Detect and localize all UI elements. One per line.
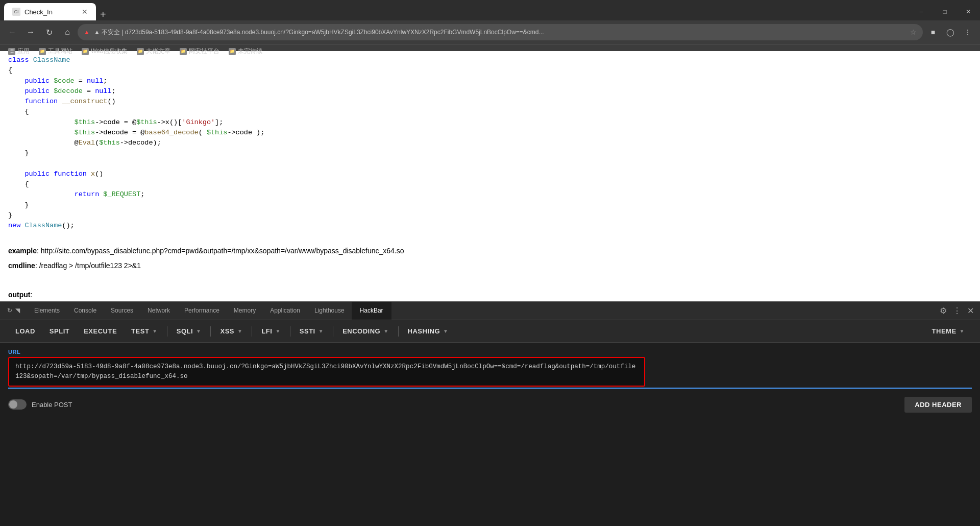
tab-title: Check_In <box>24 8 53 16</box>
profile-icon[interactable]: ◯ <box>942 24 959 40</box>
tab-inspect[interactable]: ↻ ◥ <box>0 302 27 320</box>
tab-network-label: Network <box>148 307 170 314</box>
inspect-icon: ↻ <box>7 307 12 314</box>
code-line: } <box>8 148 972 158</box>
address-bar[interactable]: ▲ ▲ 不安全 | d723d59a-5183-49d8-9a8f-4a08ce… <box>78 24 923 40</box>
maximize-button[interactable]: □ <box>933 3 957 20</box>
xss-caret: ▼ <box>237 328 242 334</box>
code-line: { <box>8 65 972 76</box>
hackbar-split-button[interactable]: SPLIT <box>42 324 77 338</box>
separator3 <box>252 326 252 337</box>
folder-icon3: 📁 <box>137 48 144 55</box>
separator2 <box>210 326 211 337</box>
hackbar-theme-button[interactable]: THEME ▼ <box>925 324 972 338</box>
tab-sources[interactable]: Sources <box>104 302 140 320</box>
page-content: class ClassName { public $code = null; p… <box>0 51 980 301</box>
tab-hackbar[interactable]: HackBar <box>352 302 391 320</box>
tab-elements-label: Elements <box>34 307 60 314</box>
toggle-knob <box>9 400 17 409</box>
hackbar-execute-button[interactable]: EXECUTE <box>77 324 124 338</box>
code-line: { <box>8 179 972 189</box>
bookmark-label: Web信息收集 <box>91 47 128 56</box>
bookmark-label: 应用 <box>17 47 30 56</box>
url-underline <box>8 388 972 389</box>
separator4 <box>290 326 290 337</box>
code-line: @Eval($this->decode); <box>8 138 972 148</box>
code-line: } <box>8 200 972 210</box>
hackbar-post-section: Enable POST ADD HEADER <box>0 391 980 419</box>
cmdline-label: cmdline <box>8 261 35 270</box>
url-input[interactable]: http://d723d59a-5183-49d8-9a8f-4a08ce973… <box>8 357 645 387</box>
hackbar-toolbar: LOAD SPLIT EXECUTE TEST ▼ SQLI ▼ XSS ▼ L… <box>0 320 980 343</box>
tab-memory[interactable]: Memory <box>227 302 263 320</box>
example-label: example <box>8 247 37 255</box>
minimize-button[interactable]: – <box>910 3 933 20</box>
hackbar-encoding-button[interactable]: ENCODING ▼ <box>335 324 396 338</box>
code-line: function __construct() <box>8 97 972 107</box>
forward-button[interactable]: → <box>22 24 39 40</box>
bookmark-label: 网安社平台 <box>189 47 219 56</box>
tab-close-button[interactable]: ✕ <box>82 8 88 16</box>
code-line: public function x() <box>8 169 972 179</box>
tab-network[interactable]: Network <box>140 302 177 320</box>
apps-icon: ☷ <box>8 48 15 55</box>
bookmark-label: 工具网站 <box>48 47 72 56</box>
security-icon: ▲ <box>84 29 90 36</box>
bookmark-label: 未完待续 <box>238 47 262 56</box>
folder-icon2: 📁 <box>82 48 89 55</box>
browser-tab[interactable]: CI Check_In ✕ <box>4 3 96 20</box>
separator <box>167 326 167 337</box>
bookmark-icon[interactable]: ☆ <box>910 28 917 36</box>
tab-application-label: Application <box>270 307 300 314</box>
hackbar-hashing-button[interactable]: HASHING ▼ <box>401 324 456 338</box>
bookmark-web-info[interactable]: 📁 Web信息收集 <box>78 46 132 57</box>
tab-lighthouse-label: Lighthouse <box>314 307 345 314</box>
toggle-track[interactable] <box>8 399 27 410</box>
code-line: class ClassName <box>8 55 972 65</box>
devtools-tabs-bar: ↻ ◥ Elements Console Sources Network Per… <box>0 302 980 320</box>
devtools-panel: ↻ ◥ Elements Console Sources Network Per… <box>0 301 980 526</box>
bookmark-todo[interactable]: 📁 未完待续 <box>225 46 266 57</box>
hackbar-url-section: URL http://d723d59a-5183-49d8-9a8f-4a08c… <box>0 343 980 391</box>
hackbar-ssti-button[interactable]: SSTI ▼ <box>292 324 331 338</box>
tab-lighthouse[interactable]: Lighthouse <box>307 302 352 320</box>
add-header-button[interactable]: ADD HEADER <box>904 397 972 413</box>
output-label: output <box>8 291 31 299</box>
extensions-icon[interactable]: ■ <box>925 24 941 40</box>
tab-elements[interactable]: Elements <box>27 302 67 320</box>
address-text: ▲ 不安全 | d723d59a-5183-49d8-9a8f-4a08ce97… <box>94 28 906 37</box>
new-tab-button[interactable]: + <box>96 9 110 20</box>
devtools-more-icon[interactable]: ⋮ <box>951 304 963 318</box>
tab-console-label: Console <box>74 307 96 314</box>
tab-application[interactable]: Application <box>263 302 307 320</box>
hackbar-load-button[interactable]: LOAD <box>8 324 42 338</box>
code-line: $this->code = @$this->x()['Ginkgo']; <box>8 117 972 128</box>
hackbar-test-button[interactable]: TEST ▼ <box>124 324 165 338</box>
bookmark-security[interactable]: 📁 网安社平台 <box>176 46 224 57</box>
devtools-close-icon[interactable]: ✕ <box>965 304 976 318</box>
ssti-caret: ▼ <box>318 328 324 334</box>
theme-caret: ▼ <box>960 328 965 334</box>
bookmark-articles[interactable]: 📁 大佬文章 <box>133 46 175 57</box>
enable-post-toggle[interactable]: Enable POST <box>8 399 72 410</box>
tab-performance[interactable]: Performance <box>177 302 227 320</box>
tab-memory-label: Memory <box>234 307 256 314</box>
hackbar-lfi-button[interactable]: LFI ▼ <box>254 324 287 338</box>
hackbar-sqli-button[interactable]: SQLI ▼ <box>169 324 209 338</box>
code-line: $this->decode = @base64_decode( $this->c… <box>8 128 972 138</box>
close-window-button[interactable]: ✕ <box>957 3 980 20</box>
example-line: example: http://site.com/bypass_disablef… <box>8 246 972 256</box>
code-line: return $_REQUEST; <box>8 189 972 200</box>
menu-icon[interactable]: ⋮ <box>960 24 976 40</box>
lfi-caret: ▼ <box>275 328 280 334</box>
test-caret: ▼ <box>152 328 157 334</box>
hackbar-xss-button[interactable]: XSS ▼ <box>213 324 250 338</box>
devtools-settings-icon[interactable]: ⚙ <box>938 304 949 318</box>
folder-icon4: 📁 <box>180 48 187 55</box>
home-button[interactable]: ⌂ <box>59 24 76 40</box>
back-button[interactable]: ← <box>4 24 20 40</box>
reload-button[interactable]: ↻ <box>41 24 57 40</box>
separator6 <box>398 326 399 337</box>
code-line: public $decode = null; <box>8 86 972 97</box>
tab-console[interactable]: Console <box>67 302 104 320</box>
